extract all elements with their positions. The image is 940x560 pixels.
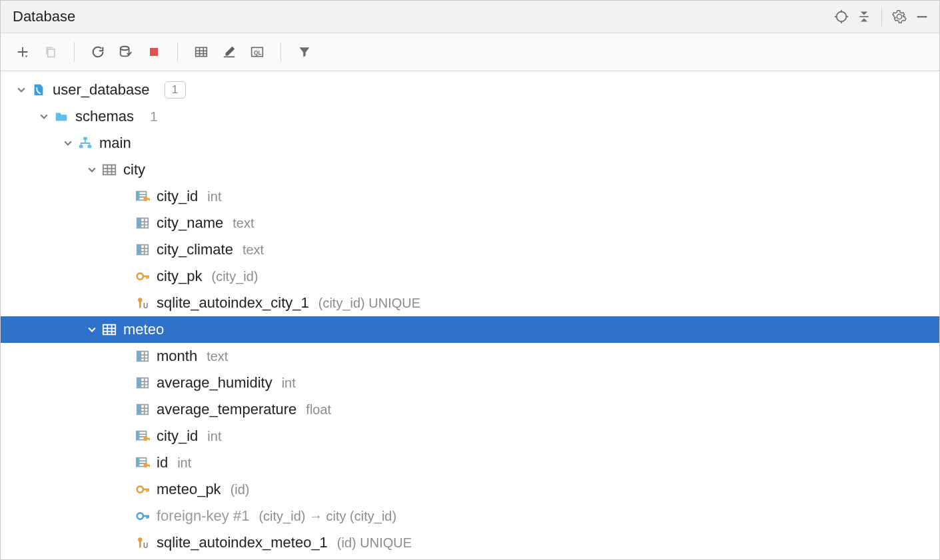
filter-button[interactable] [292,39,317,65]
svg-text:QL: QL [254,49,262,56]
column-node[interactable]: city_nametext [1,210,939,236]
item-name: average_humidity [157,374,272,392]
collapse-all-icon[interactable] [855,7,873,26]
key-icon [134,269,151,284]
svg-point-44 [137,273,143,279]
item-name: foreign-key #1 [157,507,249,525]
datasource-node[interactable]: user_database1 [1,77,939,103]
edit-button[interactable] [217,39,242,65]
column-node[interactable]: city_idint [1,183,939,210]
col-icon [134,216,151,230]
duplicate-button [38,39,63,65]
column-node[interactable]: meteo_pk(id) [1,476,939,503]
database-tool-window: Database [0,0,940,560]
svg-rect-80 [149,438,150,441]
item-meta: (id) UNIQUE [337,535,412,551]
refresh-button[interactable] [85,39,111,65]
svg-rect-90 [147,489,148,493]
item-name: city_id [157,188,198,205]
column-node[interactable]: city_idint [1,423,939,449]
toolbar: QL [1,33,939,71]
column-node[interactable]: city_pk(city_id) [1,263,939,290]
item-meta: (city_id) [211,269,258,284]
item-name: month [157,348,197,365]
svg-point-8 [121,47,129,51]
table-icon [101,322,118,337]
svg-rect-93 [143,515,149,517]
index-icon: U [134,535,151,550]
svg-point-88 [137,486,143,492]
stop-button[interactable] [141,39,167,65]
svg-rect-6 [917,16,927,17]
svg-rect-91 [148,489,149,492]
col-key-icon [134,429,151,443]
chevron-down-icon[interactable] [62,139,74,147]
column-node[interactable]: average_temperaturefloat [1,396,939,423]
item-name: id [157,454,168,471]
svg-rect-82 [137,458,140,467]
column-node[interactable]: monthtext [1,343,939,370]
column-node[interactable]: idint [1,449,939,476]
item-name: average_temperature [157,401,296,418]
tool-window-title: Database [9,8,75,25]
svg-rect-89 [143,489,149,491]
item-meta: text [207,349,228,364]
svg-rect-5 [859,16,868,17]
item-meta: (city_id) → city (city_id) [258,509,396,524]
chevron-down-icon[interactable] [38,113,50,121]
add-button[interactable] [10,39,35,65]
svg-rect-49 [139,301,141,308]
column-node[interactable]: foreign-key #1(city_id) → city (city_id) [1,503,939,529]
svg-rect-10 [196,47,207,56]
item-name: sqlite_autoindex_meteo_1 [157,534,328,551]
tool-window-header: Database [1,1,939,33]
svg-text:U: U [143,302,148,310]
item-meta: int [282,376,296,391]
col-icon [134,376,151,390]
target-icon[interactable] [832,7,851,26]
svg-rect-9 [150,48,158,56]
query-console-button[interactable]: QL [244,39,270,65]
column-node[interactable]: average_humidityint [1,370,939,396]
datasource-name: user_database [53,81,150,99]
schemas-count: 1 [150,109,158,125]
item-name: city_id [157,427,198,445]
separator [74,42,75,62]
svg-rect-45 [143,276,149,278]
datasource-properties-button[interactable] [113,39,139,65]
svg-rect-94 [147,515,148,519]
column-node[interactable]: Usqlite_autoindex_meteo_1(id) UNIQUE [1,529,939,556]
table-node[interactable]: city [1,156,939,183]
column-node[interactable]: Usqlite_autoindex_city_1(city_id) UNIQUE [1,290,939,316]
index-icon: U [134,296,151,310]
gear-icon[interactable] [890,7,909,26]
table-node[interactable]: meteo [1,316,939,343]
item-meta: (city_id) UNIQUE [318,296,420,311]
item-meta: int [207,429,221,444]
schema-node[interactable]: main [1,130,939,156]
chevron-down-icon[interactable] [86,326,98,334]
svg-rect-95 [148,515,149,519]
item-name: city_pk [157,268,202,285]
header-actions [832,7,931,26]
chevron-down-icon[interactable] [15,86,27,94]
item-name: sqlite_autoindex_city_1 [157,294,309,312]
minimize-icon[interactable] [913,7,931,26]
col-key-icon [134,189,151,204]
schemas-node[interactable]: schemas1 [1,103,939,130]
svg-rect-17 [83,137,87,140]
col-icon [134,349,151,364]
fk-icon [134,509,151,523]
schemas-label: schemas [75,108,134,125]
svg-rect-31 [149,198,150,201]
col-icon [134,402,151,417]
svg-rect-46 [147,276,148,280]
item-meta: (id) [231,482,250,497]
item-meta: int [177,455,191,471]
database-tree[interactable]: user_database1schemas1maincitycity_idint… [1,71,939,559]
svg-rect-97 [139,541,141,547]
chevron-down-icon[interactable] [86,166,98,174]
svg-point-0 [837,12,847,22]
column-node[interactable]: city_climatetext [1,236,939,263]
table-view-button[interactable] [189,39,214,65]
